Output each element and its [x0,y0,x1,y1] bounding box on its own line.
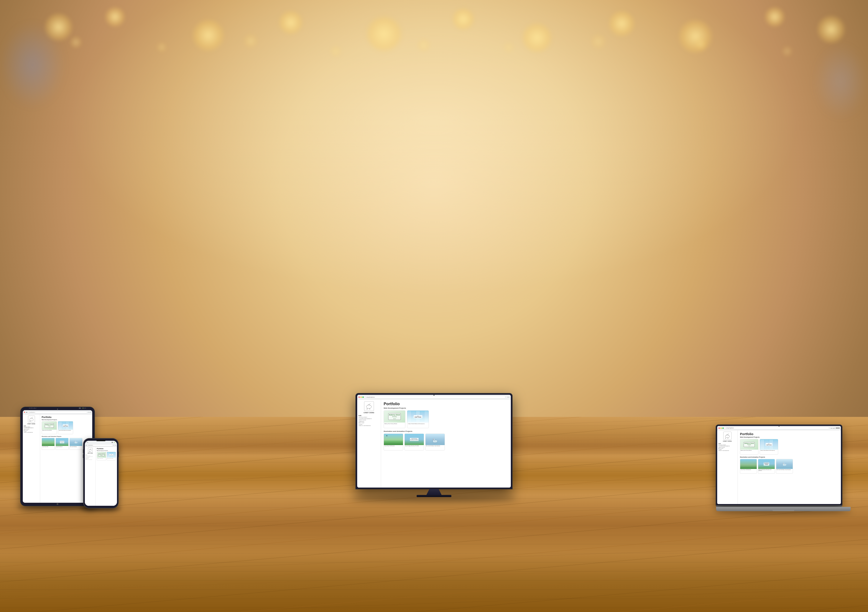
toolbar-icon [837,428,838,429]
tablet-swan-label: Rice Creek Field Swan [70,446,82,448]
phone-nav-commission[interactable]: COMMISSION [85,457,95,458]
monitor-page-title: Portfolio [384,402,508,406]
monitor-project-cosmo[interactable]: ☀ Cosmo Flower Field Illustration [384,434,403,450]
tablet-nav-terms[interactable]: TERMS OF USE/PERMISSION [24,432,39,433]
monitor-nav-home[interactable]: HOME [358,415,380,416]
phone-nav-illustration[interactable]: ILLUSTRATION AND ANIMATION [85,456,95,457]
phone-reload: ⟳ [113,445,114,446]
laptop-mulberry-card[interactable]: Mulberry Street Floristry ❀ ❀ Mulberry S… [740,439,758,454]
phone-power-button[interactable] [118,451,119,457]
bokeh-s7 [590,33,606,49]
tablet-logo-svg: 晓钰 [29,416,34,422]
tablet-swan-card[interactable]: 🦢 Rice Creek Field Swan [70,438,82,450]
tablet-page-title: Portfolio [42,416,91,419]
tablet-web-projects: Mulberry Street Floristry ❀ Mulberry Str… [42,421,91,434]
tablet-nav-graphic[interactable]: GRAPHIC DESIGN [24,429,39,430]
tablet-nav-illustration[interactable]: ILLUSTRATION AND ANIMATION [24,428,39,429]
laptop-nav-home[interactable]: HOME [718,443,736,444]
monitor-project-heritage[interactable]: Natural HeritageSites Around The World N… [405,434,424,450]
tablet-browser-chrome: ◀ ▶ cdong23.github.io ⟳ ↑ ⊕ ✳ [23,410,92,414]
tablet-logo-overlay: 晓钰 CINDY DONG [63,425,68,427]
monitor-nav-contact[interactable]: CONTACT [358,424,380,425]
phone-nav-home[interactable]: HOME [85,454,95,455]
laptop-web-projects: Mulberry Street Floristry ❀ ❀ Mulberry S… [740,439,839,454]
tablet-close [24,412,25,413]
tablet-heritage-card[interactable]: Natural HeritageSites AroundThe World Na… [56,438,68,450]
tablet-cosmo-img [42,438,54,446]
laptop-cosmo-label: Cosmo Flower Field Illustration [740,469,757,471]
bokeh-11 [816,14,846,45]
tablet-mulberry-card[interactable]: Mulberry Street Floristry ❀ Mulberry Str… [42,421,57,434]
laptop-heritage-card[interactable]: Natural HeritageSites AroundThe World Na… [758,459,775,474]
monitor-nav-illustration[interactable]: ILLUSTRATION AND ANIMATION [358,418,380,419]
laptop-nav-contact[interactable]: CONTACT [718,449,736,450]
laptop-cosmo-card[interactable]: Cosmo Flower Field Illustration [740,459,757,474]
tablet-screen: ◀ ▶ cdong23.github.io ⟳ ↑ ⊕ ✳ [23,410,92,503]
laptop-webdev-title: Web Development Projects [740,436,839,438]
monitor-nav-webdev[interactable]: WEB DEVELOPMENT [358,417,380,418]
phone-mulberry-card[interactable]: Mulberry Street Floristry Mulberry Stree… [97,452,106,461]
bokeh-10 [764,6,786,28]
phone-nav-terms[interactable]: TERMS OF USE/PERMISSION [85,459,95,460]
bokeh-s2 [156,42,167,53]
tablet-cosmo-card[interactable]: Cosmo Flower Field [42,438,55,450]
cosmo-sun: ☀ [386,435,388,437]
mulberry-label: Mulberry Street Floristry Website [384,422,405,425]
monitor-nav-graphic[interactable]: GRAPHIC DESIGN [358,419,380,420]
maximize-dot [363,397,364,398]
laptop-portfolio-card[interactable]: 晓钰 CINDY DONG Cindy's Portfolio Website … [760,439,778,454]
monitor-project-portfolio[interactable]: 晓钰 CINDY DONG Cindy's Portfolio Website … [407,410,429,428]
monitor-nav-commission[interactable]: COMMISSION [358,421,380,422]
phone-web-projects: Mulberry Street Floristry Mulberry Stree… [97,452,116,461]
tablet-nav-home[interactable]: HOME [24,425,39,427]
tablet-status-bar: 9:35 PM Tue May 3 ▌▌▌ ⊹ 🔋 100% [27,407,88,409]
monitor-nav-about[interactable]: ABOUT CINDY [358,422,380,423]
bokeh-s3 [243,33,258,49]
laptop-nav-illustration[interactable]: ILLUSTRATION AND ANIMATION [718,446,736,447]
phone-portfolio-card[interactable]: 晓钰 CINDY DONG Cindy's Portfolio Website [107,452,116,461]
monitor-web-projects: Mulberry Street Floristry ❀ ❀ ❀ Mulberry… [384,410,508,428]
laptop-swan-card[interactable]: 🦢 Rice Creek Field Station: Swan Illustr… [776,459,793,474]
phone-nav-contact[interactable]: CONTACT [85,459,95,459]
bokeh-s8 [694,38,707,51]
monitor-nav-terms[interactable]: TERMS OF USE/PERMISSION [358,425,380,426]
portfolio-img: 晓钰 CINDY DONG [407,411,429,422]
laptop-nav-about[interactable]: ABOUT CINDY [718,448,736,449]
phone-browser-chrome: ◀ cdong23.github.io ⟳ ↑ ⊕ [85,444,117,447]
phone-layout: 晓钰 CINDY DONG HOME WEB DEVELOPMENT ILLUS… [85,447,117,506]
monitor-illustration-projects: ☀ Cosmo Flower Field Illustration Natura… [384,434,508,450]
phone-nav-about[interactable]: ABOUT CINDY [85,458,95,459]
monitor-project-swan[interactable]: 🦢 Rice Creek Field Station: Swan Illustr… [425,434,445,450]
monitor-sidebar: 晓 钰 CINDY DONG HOME WEB DEVELOPMENT ILLU… [357,400,381,488]
laptop-illustration-title: Illustration and Animation Projects [740,456,839,458]
phone-nav-webdev[interactable]: WEB DEVELOPMENT [85,456,95,456]
tablet-logo: 晓钰 [28,416,35,422]
laptop-nav-webdev[interactable]: WEB DEVELOPMENT [718,445,736,446]
monitor-logo: 晓 钰 [364,401,374,411]
laptop-sidebar: 晓 钰 CINDY DONG HOME WEB DEVELOPMENT ILLU… [717,430,738,504]
tablet-home-button[interactable] [57,503,58,505]
laptop-browser: cdong23.github.io ⟵ ⟶ ⟳ [717,426,841,504]
laptop-heritage-text: Natural HeritageSites AroundThe World [758,459,775,469]
swan-img: 🦢 [426,434,445,445]
laptop-nav-icons: ⟵ ⟶ ⟳ [831,428,835,429]
svg-text:钰: 钰 [727,438,728,439]
laptop-nav-terms[interactable]: TERMS OF USE/PERMISSION [718,450,736,451]
monitor-project-mulberry[interactable]: Mulberry Street Floristry ❀ ❀ ❀ Mulberry… [384,410,405,428]
tablet-cosmo-label: Cosmo Flower Field [42,446,54,448]
phone-nav-graphic[interactable]: GRAPHIC DESIGN [85,457,95,457]
phone-nav-arrows: ◀ [86,445,86,446]
tablet-nav-about[interactable]: ABOUT CINDY [24,430,39,431]
tablet-illustration-title: Illustration and Animation Projects [42,436,91,437]
tablet-portfolio-card[interactable]: 晓钰 CINDY DONG Cindy's Portfolio Website … [58,421,73,434]
laptop-maximize-dot [722,428,724,429]
tablet-wifi: ⊹ [81,408,82,409]
laptop-frame: cdong23.github.io ⟵ ⟶ ⟳ [716,425,842,505]
phone-vol-down[interactable] [83,454,84,458]
svg-text:钰: 钰 [369,408,370,410]
tablet-nav-contact[interactable]: CONTACT [24,431,39,432]
tablet-heritage-text: Natural HeritageSites AroundThe World [56,438,68,446]
url-bar: cdong23.github.io [365,396,505,399]
phone-vol-up[interactable] [83,450,84,453]
laptop-nav-graphic[interactable]: GRAPHIC DESIGN [718,447,736,448]
